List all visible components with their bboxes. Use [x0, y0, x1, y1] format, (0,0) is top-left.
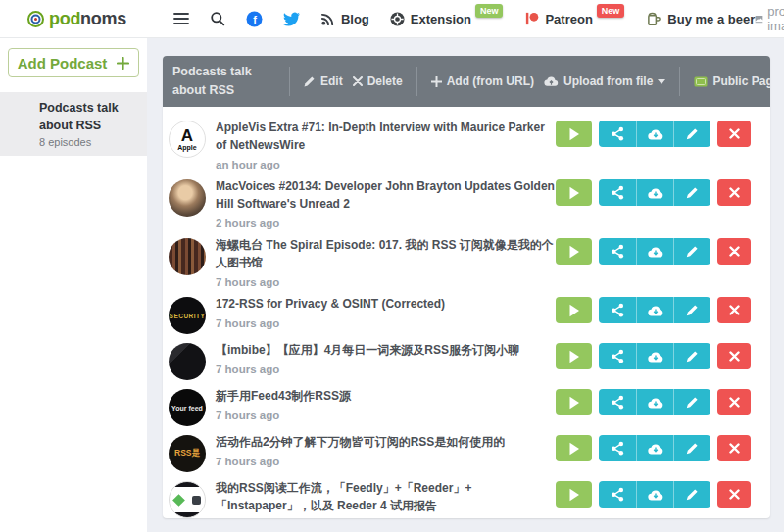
play-episode-button[interactable]: [556, 435, 592, 461]
facebook-icon[interactable]: f: [246, 11, 263, 27]
episode-action-group: [599, 297, 710, 323]
delete-episode-button[interactable]: [717, 435, 751, 461]
episode-row: 我的RSS阅读工作流，「Feedly」+「Reeder」+「Instapaper…: [169, 479, 759, 518]
share-episode-button[interactable]: [599, 297, 636, 323]
share-episode-button[interactable]: [599, 238, 636, 265]
episode-thumbnail[interactable]: [169, 179, 206, 217]
episode-action-group: [599, 435, 710, 461]
episode-timestamp: 2 hours ago: [216, 218, 556, 229]
download-episode-button[interactable]: [636, 343, 673, 369]
episode-title[interactable]: AppleVis Extra #71: In-Depth Interview w…: [216, 119, 556, 154]
nav-extension[interactable]: Extension New: [390, 12, 506, 26]
thumbnail-text: SECURITY: [170, 313, 206, 319]
download-episode-button[interactable]: [636, 238, 673, 265]
episode-thumbnail[interactable]: [169, 343, 206, 380]
episode-thumbnail[interactable]: [169, 481, 206, 518]
add-from-url-button[interactable]: Add (from URL): [431, 74, 534, 88]
search-icon[interactable]: [210, 11, 225, 26]
extension-label: Extension: [411, 12, 471, 26]
edit-episode-button[interactable]: [673, 179, 710, 206]
patreon-new-badge: New: [597, 4, 625, 18]
share-episode-button[interactable]: [599, 481, 636, 508]
broken-image-icon: [755, 13, 763, 25]
delete-episode-button[interactable]: [717, 179, 751, 206]
play-episode-button[interactable]: [556, 238, 592, 265]
podcast-sidebar: Add Podcast Podcasts talk about RSS 8 ep…: [0, 38, 147, 532]
sidebar-item-podcast[interactable]: Podcasts talk about RSS 8 episodes: [0, 92, 147, 156]
download-episode-button[interactable]: [636, 121, 673, 147]
edit-episode-button[interactable]: [673, 121, 710, 147]
edit-episode-button[interactable]: [673, 343, 710, 369]
play-episode-button[interactable]: [556, 121, 592, 147]
delete-episode-button[interactable]: [717, 238, 751, 265]
episode-title[interactable]: 海螺电台 The Spiral Episode: 017. 我的 RSS 订阅就…: [216, 236, 556, 271]
download-episode-button[interactable]: [636, 297, 673, 323]
episode-title[interactable]: 172-RSS for Privacy & OSINT (Corrected): [216, 295, 556, 313]
episode-row: Your feed 新手用Feed43制作RSS源 7 hours ago: [169, 387, 759, 426]
delete-episode-button[interactable]: [717, 389, 751, 415]
delete-episode-button[interactable]: [717, 297, 751, 323]
download-episode-button[interactable]: [636, 179, 673, 206]
cloud-download-icon: [648, 246, 663, 258]
public-page-button[interactable]: Public Page: [694, 74, 770, 88]
play-episode-button[interactable]: [556, 481, 592, 508]
x-icon: [729, 128, 740, 139]
delete-episode-button[interactable]: [717, 121, 751, 147]
x-icon: [729, 351, 740, 362]
beer-label: Buy me a beer: [667, 12, 755, 26]
episode-thumbnail[interactable]: Your feed: [169, 389, 206, 426]
play-episode-button[interactable]: [556, 343, 592, 369]
share-icon: [611, 487, 624, 502]
share-episode-button[interactable]: [599, 121, 636, 147]
add-podcast-button[interactable]: Add Podcast: [8, 48, 139, 77]
episode-thumbnail[interactable]: [169, 238, 206, 275]
twitter-icon[interactable]: [283, 12, 300, 26]
episode-list: A Apple AppleVis Extra #71: In-Depth Int…: [163, 107, 770, 518]
play-episode-button[interactable]: [556, 179, 592, 206]
share-episode-button[interactable]: [599, 179, 636, 206]
podcast-title: Podcasts talk about RSS: [172, 63, 280, 100]
share-episode-button[interactable]: [599, 435, 636, 461]
episode-actions: [556, 119, 751, 170]
episode-title[interactable]: 新手用Feed43制作RSS源: [216, 387, 556, 405]
episode-thumbnail[interactable]: RSS是: [169, 435, 206, 472]
share-icon: [611, 126, 624, 141]
nav-patreon[interactable]: Patreon New: [525, 12, 626, 26]
play-episode-button[interactable]: [556, 297, 592, 323]
edit-episode-button[interactable]: [673, 435, 710, 461]
delete-episode-button[interactable]: [717, 481, 751, 508]
edit-podcast-button[interactable]: Edit: [304, 74, 343, 88]
download-episode-button[interactable]: [636, 435, 673, 461]
edit-episode-button[interactable]: [673, 238, 710, 265]
download-episode-button[interactable]: [636, 389, 673, 415]
episode-thumbnail[interactable]: SECURITY: [169, 297, 206, 334]
delete-podcast-button[interactable]: Delete: [353, 74, 403, 88]
x-icon: [729, 305, 740, 315]
pencil-icon: [686, 186, 699, 199]
delete-episode-button[interactable]: [717, 343, 751, 369]
download-episode-button[interactable]: [636, 481, 673, 508]
upload-from-file-button[interactable]: Upload from file: [544, 74, 665, 88]
x-icon: [729, 489, 740, 500]
episode-title[interactable]: MacVoices #20134: Developer John Brayton…: [216, 177, 556, 213]
hamburger-menu-icon[interactable]: [173, 12, 189, 25]
play-episode-button[interactable]: [556, 389, 592, 415]
episode-title[interactable]: 我的RSS阅读工作流，「Feedly」+「Reeder」+「Instapaper…: [216, 479, 556, 514]
edit-episode-button[interactable]: [673, 481, 710, 508]
share-episode-button[interactable]: [599, 389, 636, 415]
podnoms-logo[interactable]: podnoms: [27, 9, 126, 29]
edit-episode-button[interactable]: [673, 389, 710, 415]
episode-title[interactable]: 活动作品2分钟了解下万物皆可订阅的RSS是如何使用的: [216, 433, 556, 451]
play-icon: [568, 488, 580, 502]
episode-title[interactable]: 【imbibe】【应用】4月每日一词来源及RSS服务订阅小聊: [216, 341, 556, 359]
episode-timestamp: 7 hours ago: [216, 456, 556, 467]
edit-episode-button[interactable]: [673, 297, 710, 323]
share-episode-button[interactable]: [599, 343, 636, 369]
nav-buy-me-a-beer[interactable]: Buy me a beer: [647, 12, 755, 26]
pencil-icon: [686, 350, 699, 363]
sidebar-podcast-title: Podcasts talk about RSS: [39, 99, 137, 134]
profile-menu[interactable]: profile-image: [755, 4, 784, 33]
top-navigation-bar: podnoms f Blog Extension New Patreon New: [0, 0, 784, 38]
episode-thumbnail[interactable]: A Apple: [169, 121, 206, 158]
nav-blog[interactable]: Blog: [320, 12, 369, 26]
